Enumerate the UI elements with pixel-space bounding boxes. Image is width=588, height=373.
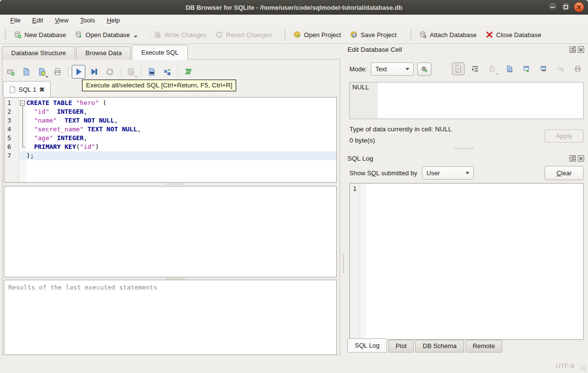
- sql-editor[interactable]: 1−CREATE TABLE "hero" (2 "id" INTEGER,3 …: [4, 97, 337, 183]
- clear-log-button[interactable]: Clear: [545, 166, 584, 180]
- import-cell-data-button[interactable]: [486, 62, 499, 75]
- text-document-icon: [454, 65, 462, 73]
- editor-line[interactable]: 5 "age" INTEGER,: [4, 134, 336, 143]
- mode-label: Mode:: [349, 65, 367, 73]
- results-message-pane[interactable]: Results of the last executed statements: [4, 280, 337, 355]
- copy-link-button[interactable]: [537, 62, 550, 75]
- close-dock-icon[interactable]: [578, 46, 584, 53]
- sql-log-title: SQL Log: [347, 155, 373, 162]
- open-in-external-button[interactable]: [520, 62, 533, 75]
- write-changes-button[interactable]: Write Changes: [149, 28, 211, 41]
- close-database-button[interactable]: Close Database: [481, 28, 546, 41]
- editor-line[interactable]: 4 "secret_name" TEXT NOT NULL,: [4, 125, 336, 134]
- results-grid-pane[interactable]: [4, 186, 337, 277]
- open-sql-file-icon: [22, 67, 31, 76]
- editor-line[interactable]: 1−CREATE TABLE "hero" (: [4, 99, 336, 107]
- fold-collapse-icon[interactable]: −: [20, 101, 25, 105]
- cell-editor[interactable]: NULL: [349, 82, 584, 119]
- open-database-button[interactable]: Open Database: [70, 28, 142, 41]
- toolbar-drag-handle[interactable]: [4, 29, 7, 40]
- dock-area: Edit Database Cell Mode: Text: [343, 44, 588, 356]
- open-database-icon: [75, 31, 82, 39]
- open-project-button[interactable]: Open Project: [289, 28, 345, 41]
- fold-marker[interactable]: −: [19, 99, 26, 107]
- code-text: );: [26, 151, 336, 160]
- tab-execute-sql[interactable]: Execute SQL: [132, 45, 188, 60]
- maximize-button[interactable]: [561, 2, 571, 12]
- tab-plot[interactable]: Plot: [388, 340, 414, 352]
- sql-file-tab[interactable]: SQL 1 ✖: [3, 81, 51, 97]
- tab-db-schema[interactable]: DB Schema: [415, 340, 464, 352]
- line-number: 1: [4, 99, 19, 107]
- splitter-main-dock[interactable]: [343, 254, 345, 273]
- export-cell-data-button[interactable]: [503, 62, 516, 75]
- toolbar-separator: [145, 29, 146, 40]
- menu-tools[interactable]: Tools: [75, 16, 100, 25]
- editor-line[interactable]: 6 PRIMARY KEY("id"): [4, 143, 336, 151]
- tab-sql-log[interactable]: SQL Log: [347, 338, 387, 352]
- editor-line[interactable]: 2 "id" INTEGER,: [4, 107, 336, 116]
- resize-grip[interactable]: [580, 365, 587, 372]
- word-wrap-button[interactable]: [469, 62, 482, 75]
- text-mode-button[interactable]: [452, 62, 465, 75]
- print-sql-button[interactable]: [51, 65, 64, 79]
- open-sql-file-button[interactable]: [20, 65, 33, 79]
- toolbar-drag-handle[interactable]: [284, 29, 286, 40]
- apply-format-button[interactable]: [417, 62, 431, 76]
- close-dock-icon[interactable]: [578, 155, 584, 162]
- edit-cell-toolbar: Mode: Text: [349, 62, 584, 76]
- attach-database-icon: [419, 31, 427, 39]
- revert-changes-label: Revert Changes: [226, 31, 272, 39]
- open-database-caret-icon[interactable]: [134, 36, 138, 38]
- auto-completion-button[interactable]: a a: [161, 65, 174, 79]
- write-changes-icon: [154, 31, 162, 39]
- save-sql-file-button[interactable]: [35, 65, 49, 79]
- menu-view[interactable]: View: [49, 16, 74, 25]
- menu-file[interactable]: File: [5, 16, 26, 25]
- print-icon: [574, 65, 582, 73]
- set-null-button[interactable]: [554, 62, 567, 75]
- print-cell-button[interactable]: [571, 62, 584, 75]
- apply-button[interactable]: Apply: [545, 129, 584, 143]
- tab-browse-data[interactable]: Browse Data: [76, 46, 131, 60]
- log-text-area: [366, 184, 583, 339]
- svg-text:a: a: [167, 70, 170, 76]
- sql-log-view[interactable]: 1: [349, 183, 584, 340]
- open-project-icon: [293, 31, 301, 39]
- minimize-button[interactable]: [547, 2, 558, 12]
- splitter-editor-results[interactable]: [166, 183, 185, 186]
- tab-remote[interactable]: Remote: [466, 340, 503, 352]
- float-dock-icon[interactable]: [569, 155, 576, 162]
- float-dock-icon[interactable]: [569, 46, 576, 53]
- toolbar-drag-handle[interactable]: [410, 29, 412, 40]
- editor-line[interactable]: 7);: [4, 151, 336, 160]
- menu-help[interactable]: Help: [101, 16, 125, 25]
- attach-database-button[interactable]: Attach Database: [415, 28, 481, 41]
- new-sql-tab-button[interactable]: [4, 65, 18, 79]
- save-project-button[interactable]: Save Project: [345, 28, 401, 41]
- tab-database-structure[interactable]: Database Structure: [2, 46, 75, 60]
- execute-all-button[interactable]: [72, 65, 85, 79]
- close-sql-tab-icon[interactable]: ✖: [39, 86, 44, 93]
- line-number: 5: [4, 134, 19, 143]
- close-button[interactable]: [574, 2, 584, 12]
- find-button[interactable]: [145, 65, 159, 79]
- editor-line[interactable]: 3 "name" TEXT NOT NULL,: [4, 116, 336, 125]
- maximize-icon: [564, 5, 568, 9]
- cell-edit-area[interactable]: [378, 83, 583, 119]
- stop-execution-button[interactable]: [103, 65, 117, 79]
- splitter-cell-log[interactable]: [454, 147, 473, 150]
- write-changes-label: Write Changes: [164, 31, 206, 39]
- main-toolbar: New Database Open Database Write Changes: [0, 26, 588, 44]
- save-results-button[interactable]: [124, 65, 138, 79]
- open-database-label: Open Database: [85, 31, 130, 39]
- format-sql-button[interactable]: [182, 65, 195, 79]
- open-project-label: Open Project: [304, 31, 341, 39]
- execute-current-line-button[interactable]: [87, 65, 101, 79]
- mode-combobox[interactable]: Text: [371, 62, 414, 76]
- save-sql-caret-icon[interactable]: [45, 76, 48, 78]
- new-database-button[interactable]: New Database: [9, 28, 70, 41]
- revert-changes-button[interactable]: Revert Changes: [211, 28, 276, 41]
- submitter-combobox[interactable]: User: [422, 166, 474, 180]
- menu-edit[interactable]: Edit: [27, 16, 48, 25]
